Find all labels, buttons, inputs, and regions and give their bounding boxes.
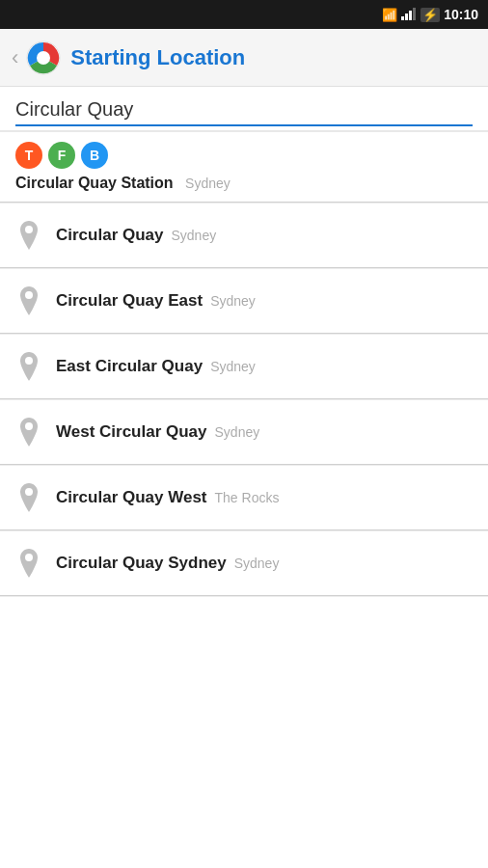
location-name: West Circular Quay: [56, 422, 207, 441]
status-bar: 📶 ⚡ 10:10: [0, 0, 488, 29]
status-time: 10:10: [444, 7, 478, 22]
pin-icon: [15, 284, 42, 318]
pin-svg: [18, 286, 40, 315]
pin-icon: [15, 480, 42, 515]
pin-svg: [18, 352, 40, 381]
location-list: Circular QuaySydney Circular Quay EastSy…: [0, 203, 488, 597]
list-item[interactable]: Circular Quay SydneySydney: [0, 531, 488, 595]
svg-point-5: [37, 51, 50, 65]
search-container: [0, 87, 488, 130]
svg-rect-1: [405, 14, 408, 20]
location-city: The Rocks: [215, 490, 280, 505]
station-info: Circular Quay Station Sydney: [15, 175, 473, 192]
svg-point-11: [25, 554, 33, 561]
pin-icon: [15, 415, 42, 449]
badge-ferry: F: [48, 142, 75, 169]
badge-train: T: [15, 142, 42, 169]
location-name: Circular Quay Sydney: [56, 554, 227, 572]
list-item[interactable]: Circular QuaySydney: [0, 203, 488, 267]
location-city: Sydney: [210, 359, 256, 374]
svg-point-8: [25, 357, 33, 365]
battery-icon: ⚡: [420, 8, 440, 22]
list-item[interactable]: East Circular QuaySydney: [0, 335, 488, 398]
location-city: Sydney: [234, 556, 280, 571]
svg-rect-3: [413, 8, 416, 20]
station-city: Sydney: [185, 176, 230, 191]
station-result[interactable]: T F B Circular Quay Station Sydney: [0, 132, 488, 202]
location-text: Circular Quay EastSydney: [56, 291, 256, 311]
location-name: Circular Quay: [56, 226, 164, 244]
svg-rect-2: [409, 11, 412, 20]
pin-icon: [15, 546, 42, 581]
location-city: Sydney: [215, 424, 260, 440]
location-text: Circular QuaySydney: [56, 226, 216, 245]
pin-icon: [15, 349, 42, 384]
station-badges: T F B: [15, 142, 473, 169]
page-title: Starting Location: [70, 45, 245, 70]
pin-svg: [18, 483, 40, 512]
location-text: East Circular QuaySydney: [56, 357, 256, 376]
location-city: Sydney: [172, 228, 217, 243]
search-input[interactable]: [15, 98, 473, 126]
svg-point-10: [25, 488, 33, 496]
badge-bus: B: [81, 142, 108, 169]
header: ‹ Starting Location: [0, 29, 488, 87]
pin-svg: [18, 549, 40, 578]
back-button[interactable]: ‹: [12, 45, 18, 70]
list-item[interactable]: West Circular QuaySydney: [0, 400, 488, 464]
pin-svg: [18, 221, 40, 250]
location-name: Circular Quay West: [56, 488, 207, 506]
row-divider-bottom: [0, 596, 488, 597]
location-name: Circular Quay East: [56, 291, 203, 310]
location-name: East Circular Quay: [56, 357, 203, 375]
pin-icon: [15, 218, 42, 253]
svg-point-9: [25, 422, 33, 430]
location-text: West Circular QuaySydney: [56, 422, 259, 442]
location-text: Circular Quay WestThe Rocks: [56, 488, 279, 507]
wifi-icon: 📶: [382, 8, 397, 22]
location-city: Sydney: [210, 293, 256, 309]
status-icons: 📶 ⚡ 10:10: [382, 7, 478, 23]
app-logo: [26, 41, 61, 75]
svg-point-6: [25, 226, 33, 233]
svg-rect-0: [401, 16, 404, 20]
pin-svg: [18, 418, 40, 447]
location-text: Circular Quay SydneySydney: [56, 554, 279, 573]
signal-icon: [401, 7, 417, 23]
svg-point-7: [25, 291, 33, 299]
list-item[interactable]: Circular Quay WestThe Rocks: [0, 466, 488, 529]
station-name: Circular Quay Station: [15, 175, 174, 191]
list-item[interactable]: Circular Quay EastSydney: [0, 269, 488, 333]
